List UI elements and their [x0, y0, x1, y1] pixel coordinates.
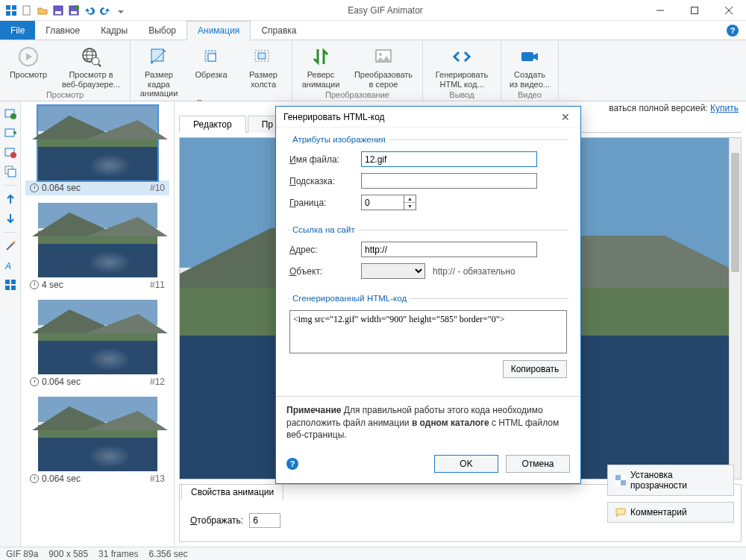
spin-up-icon[interactable]: ▲ — [404, 195, 416, 203]
checker-icon — [615, 475, 626, 485]
svg-rect-17 — [208, 54, 216, 61]
address-label: Адрес: — [289, 245, 361, 255]
frame-item[interactable]: 0.064 sec#12 — [25, 300, 169, 389]
generate-html-button[interactable]: Генерировать HTML код... — [427, 42, 496, 90]
border-spinner[interactable]: ▲▼ — [361, 195, 416, 210]
ribbon-group-size: Размер кадра анимации Обрезка Размер хол… — [131, 40, 292, 101]
tool-delete-icon[interactable] — [3, 145, 18, 160]
display-input[interactable] — [249, 513, 280, 528]
svg-text:A: A — [4, 261, 11, 271]
svg-point-14 — [92, 57, 99, 65]
tool-move-down-icon[interactable] — [3, 211, 18, 226]
frame-thumbnail — [38, 106, 157, 180]
tool-insert-icon[interactable] — [3, 125, 18, 140]
titlebar: Easy GIF Animator — [0, 0, 746, 21]
canvas-size-button[interactable]: Размер холста — [239, 42, 287, 98]
generated-code-textarea[interactable]: <img src="12.gif" width="900" height="58… — [289, 310, 567, 353]
generate-html-dialog: Генерировать HTML-код ✕ Атрибуты изображ… — [275, 106, 581, 484]
from-video-button[interactable]: Создать из видео... — [506, 42, 554, 90]
window-controls — [643, 0, 746, 21]
svg-rect-10 — [692, 7, 698, 13]
frame-thumbnail — [38, 397, 157, 471]
svg-rect-34 — [11, 286, 16, 290]
frame-item[interactable]: 0.064 sec#13 — [25, 397, 169, 486]
play-icon — [16, 45, 40, 69]
hint-input[interactable] — [361, 173, 537, 189]
buy-link[interactable]: Купить — [710, 103, 739, 113]
tab-frames[interactable]: Кадры — [90, 21, 138, 40]
frame-thumbnail — [38, 300, 157, 374]
code-icon — [450, 45, 474, 69]
svg-rect-0 — [6, 5, 10, 10]
svg-point-24 — [10, 113, 16, 119]
ribbon: Просмотр Просмотр в веб-браузере... Прос… — [0, 40, 746, 101]
ribbon-group-transform: Реверс анимации Преобразовать в серое Пр… — [292, 40, 423, 101]
grid-icon[interactable] — [4, 4, 18, 17]
reverse-button[interactable]: Реверс анимации — [297, 42, 345, 90]
save-icon[interactable] — [51, 4, 65, 17]
status-duration: 6.356 sec — [148, 549, 187, 559]
address-input[interactable] — [361, 242, 537, 257]
qat-dropdown-icon[interactable] — [114, 4, 128, 17]
undo-icon[interactable] — [83, 4, 96, 17]
tool-grid-icon[interactable] — [3, 277, 18, 292]
minimize-button[interactable] — [643, 0, 677, 21]
properties-tab[interactable]: Свойства анимации — [181, 484, 283, 500]
tab-selection[interactable]: Выбор — [138, 21, 186, 40]
object-select[interactable] — [361, 263, 425, 279]
frame-item[interactable]: 0.064 sec#10 — [25, 106, 169, 195]
tool-move-up-icon[interactable] — [3, 192, 18, 207]
scrollbar-vertical[interactable] — [729, 138, 741, 479]
file-menu[interactable]: File — [0, 21, 35, 40]
svg-rect-2 — [6, 11, 10, 16]
svg-rect-29 — [8, 169, 16, 177]
dialog-close-button[interactable]: ✕ — [558, 111, 573, 123]
tab-main[interactable]: Главное — [35, 21, 90, 40]
transparency-button[interactable]: Установка прозрачности — [607, 465, 734, 496]
copy-button[interactable]: Копировать — [503, 360, 567, 378]
frame-item[interactable]: 4 sec#11 — [25, 203, 169, 292]
crop-button[interactable]: Обрезка — [187, 42, 235, 98]
ribbon-tabs: File Главное Кадры Выбор Анимация Справк… — [0, 21, 746, 40]
svg-rect-33 — [5, 286, 10, 290]
new-icon[interactable] — [20, 4, 34, 17]
ribbon-group-output: Генерировать HTML код... Вывод — [423, 40, 501, 101]
svg-rect-37 — [621, 480, 626, 485]
tab-help[interactable]: Справка — [251, 21, 307, 40]
filename-input[interactable] — [361, 151, 537, 167]
help-button[interactable]: ? — [727, 21, 739, 40]
open-icon[interactable] — [36, 4, 49, 17]
frame-size-button[interactable]: Размер кадра анимации — [135, 42, 183, 98]
maximize-button[interactable] — [677, 0, 712, 21]
border-input[interactable] — [361, 195, 404, 210]
cancel-button[interactable]: Отмена — [506, 455, 570, 473]
tool-text-icon[interactable]: A — [3, 258, 18, 273]
close-button[interactable] — [712, 0, 746, 21]
tab-editor[interactable]: Редактор — [179, 116, 246, 133]
dialog-help-button[interactable]: ? — [286, 458, 298, 470]
tab-animation[interactable]: Анимация — [186, 21, 251, 40]
frames-list[interactable]: 0.064 sec#10 4 sec#11 0.064 sec#12 0.064… — [21, 101, 174, 491]
help-icon: ? — [727, 25, 739, 37]
grayscale-button[interactable]: Преобразовать в серое — [349, 42, 418, 90]
ok-button[interactable]: OK — [434, 455, 498, 473]
svg-rect-15 — [151, 49, 163, 61]
comment-icon — [615, 507, 626, 517]
quick-access-toolbar — [0, 4, 128, 17]
tool-duplicate-icon[interactable] — [3, 164, 18, 179]
spin-down-icon[interactable]: ▼ — [404, 203, 416, 210]
canvas-icon — [251, 45, 275, 69]
saveas-icon[interactable] — [67, 4, 81, 17]
svg-point-9 — [75, 5, 79, 10]
tool-wand-icon[interactable] — [3, 239, 18, 254]
redo-icon[interactable] — [98, 4, 112, 17]
spinner-arrows[interactable]: ▲▼ — [404, 195, 416, 210]
svg-rect-1 — [12, 5, 16, 10]
preview-browser-button[interactable]: Просмотр в веб-браузере... — [57, 42, 125, 90]
preview-button[interactable]: Просмотр — [4, 42, 52, 90]
image-icon — [372, 45, 395, 69]
comment-button[interactable]: Комментарий — [607, 502, 734, 523]
right-buttons: Установка прозрачности Комментарий — [607, 465, 734, 523]
tool-add-frame-icon[interactable] — [3, 106, 18, 121]
dialog-titlebar[interactable]: Генерировать HTML-код ✕ — [276, 107, 580, 128]
